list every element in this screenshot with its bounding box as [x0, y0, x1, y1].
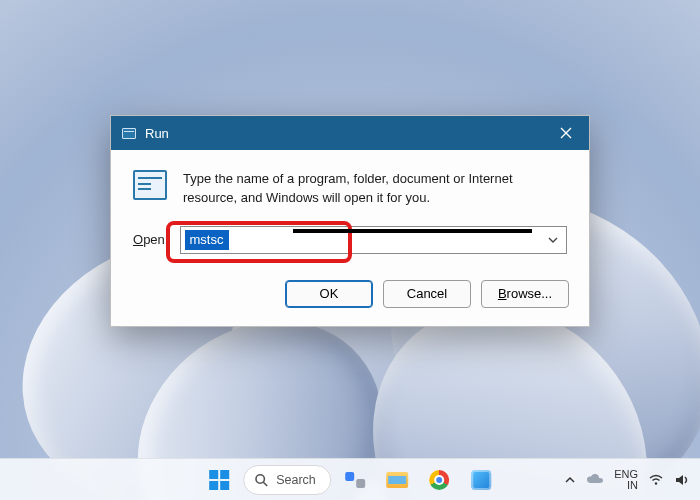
language-indicator[interactable]: ENG IN	[614, 469, 638, 491]
pinned-app-button[interactable]	[463, 462, 499, 498]
open-combobox[interactable]: mstsc	[180, 226, 567, 254]
task-view-button[interactable]	[337, 462, 373, 498]
taskbar-search[interactable]: Search	[243, 465, 331, 495]
combo-dropdown-button[interactable]	[540, 227, 566, 253]
search-icon	[254, 473, 268, 487]
wifi-tray-icon[interactable]	[648, 472, 664, 488]
file-explorer-button[interactable]	[379, 462, 415, 498]
speaker-icon	[674, 472, 690, 488]
desktop: Run Type the name of a program, folder, …	[0, 0, 700, 500]
start-button[interactable]	[201, 462, 237, 498]
svg-point-1	[655, 482, 657, 484]
system-tray: ENG IN	[564, 469, 700, 491]
tray-overflow-button[interactable]	[564, 474, 576, 486]
chrome-icon	[429, 470, 449, 490]
titlebar[interactable]: Run	[111, 116, 589, 150]
run-program-icon	[133, 170, 167, 200]
chevron-down-icon	[547, 236, 559, 244]
volume-tray-icon[interactable]	[674, 472, 690, 488]
dialog-description: Type the name of a program, folder, docu…	[183, 170, 567, 208]
chevron-up-icon	[564, 476, 576, 484]
cancel-button[interactable]: Cancel	[383, 280, 471, 308]
selection-highlight	[185, 230, 229, 250]
close-icon	[560, 127, 572, 139]
open-label: Open:	[133, 232, 168, 247]
run-dialog: Run Type the name of a program, folder, …	[110, 115, 590, 327]
windows-logo-icon	[209, 470, 229, 490]
svg-point-0	[256, 474, 264, 482]
folder-icon	[386, 472, 408, 488]
wifi-icon	[648, 472, 664, 488]
onedrive-tray-icon[interactable]	[586, 473, 604, 487]
dialog-buttons: OK Cancel Browse...	[111, 266, 589, 326]
search-placeholder: Search	[276, 473, 316, 487]
cloud-icon	[586, 473, 604, 485]
dialog-body: Type the name of a program, folder, docu…	[111, 150, 589, 266]
annotation-line	[293, 229, 532, 233]
taskbar: Search ENG IN	[0, 458, 700, 500]
run-icon	[121, 125, 137, 141]
task-view-icon	[345, 472, 365, 488]
chrome-button[interactable]	[421, 462, 457, 498]
browse-button[interactable]: Browse...	[481, 280, 569, 308]
ok-button[interactable]: OK	[285, 280, 373, 308]
close-button[interactable]	[543, 116, 589, 150]
window-title: Run	[145, 126, 169, 141]
app-icon	[471, 470, 491, 490]
